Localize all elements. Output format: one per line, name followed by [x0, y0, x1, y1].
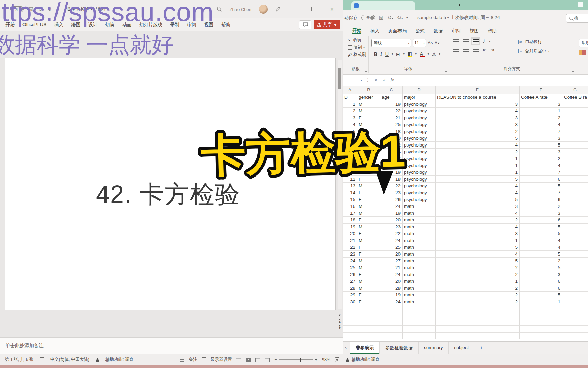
cell[interactable]: [343, 326, 357, 333]
cell[interactable]: [403, 305, 436, 312]
cell[interactable]: 2: [343, 108, 357, 114]
cell[interactable]: [562, 169, 588, 176]
cell[interactable]: 4: [436, 189, 520, 196]
cell[interactable]: [562, 155, 588, 162]
comments-button[interactable]: [299, 20, 311, 29]
cell[interactable]: F: [357, 244, 380, 251]
cell[interactable]: 19: [380, 101, 403, 108]
cell[interactable]: 5: [520, 292, 562, 298]
shrink-font-button[interactable]: A˅: [435, 41, 440, 45]
scrollbar-thumb[interactable]: [338, 68, 341, 89]
cell[interactable]: M: [357, 264, 380, 271]
cell[interactable]: 22: [380, 108, 403, 114]
excel-tab-数据[interactable]: 数据: [434, 28, 443, 34]
column-header-B[interactable]: B: [357, 86, 380, 94]
language-indicator[interactable]: 中文(简体, 中国大陆): [50, 357, 89, 363]
cell[interactable]: [403, 326, 436, 333]
excel-document-title[interactable]: sample data 5 • 上次修改时间: 周三 8:24: [417, 15, 500, 21]
sheet-nav-icon[interactable]: ›: [343, 345, 350, 351]
merge-center-button[interactable]: ⇔合并后居中▾: [518, 48, 550, 54]
cell[interactable]: [562, 333, 588, 339]
cell[interactable]: [562, 176, 588, 183]
cell[interactable]: [436, 305, 520, 312]
cell[interactable]: [562, 114, 588, 121]
align-center-button[interactable]: [463, 48, 469, 52]
cell[interactable]: 25: [380, 244, 403, 251]
cell[interactable]: M: [357, 101, 380, 108]
cell[interactable]: math: [403, 292, 436, 298]
display-settings-button[interactable]: 显示器设置: [211, 357, 232, 363]
font-size-select[interactable]: 11▾: [413, 39, 426, 47]
cut-button[interactable]: ✂剪切: [348, 37, 368, 43]
notes-toggle[interactable]: 备注: [189, 357, 197, 363]
slide-sorter-icon[interactable]: [246, 358, 251, 362]
name-box[interactable]: ▾: [343, 75, 364, 86]
cell[interactable]: 20: [380, 278, 403, 285]
column-header-D[interactable]: D: [403, 86, 436, 94]
cell[interactable]: [562, 196, 588, 203]
cell[interactable]: 6: [520, 285, 562, 292]
cell[interactable]: [562, 142, 588, 149]
cell[interactable]: [562, 237, 588, 244]
cell[interactable]: [380, 305, 403, 312]
cell[interactable]: 5: [436, 196, 520, 203]
cell[interactable]: M: [357, 210, 380, 217]
cell[interactable]: [403, 312, 436, 319]
cancel-icon[interactable]: ✕: [372, 78, 380, 83]
cell[interactable]: 6: [520, 176, 562, 183]
cell[interactable]: 5: [520, 183, 562, 189]
excel-tab-视图[interactable]: 视图: [470, 28, 479, 34]
cell[interactable]: math: [403, 217, 436, 224]
ppt-notes-pane[interactable]: 单击此处添加备注: [0, 337, 343, 354]
cell[interactable]: 24: [380, 271, 403, 278]
underline-button[interactable]: U: [385, 51, 389, 57]
cell[interactable]: F: [357, 217, 380, 224]
cell[interactable]: [562, 285, 588, 292]
cell[interactable]: 3: [436, 114, 520, 121]
align-bottom-button[interactable]: [473, 39, 479, 43]
cell[interactable]: M: [357, 278, 380, 285]
zoom-out-button[interactable]: −: [274, 357, 277, 362]
zoom-in-button[interactable]: +: [315, 357, 317, 362]
cell[interactable]: math: [403, 251, 436, 258]
column-header-G[interactable]: G: [562, 86, 588, 94]
cell[interactable]: 2: [436, 298, 520, 305]
cell[interactable]: M: [357, 224, 380, 230]
italic-button[interactable]: I: [380, 51, 382, 57]
cell[interactable]: math: [403, 285, 436, 292]
cell[interactable]: 5: [436, 176, 520, 183]
sheet-tab-summary[interactable]: summary: [419, 342, 449, 354]
cell[interactable]: 27: [380, 258, 403, 264]
cell[interactable]: [380, 312, 403, 319]
grid-icon[interactable]: [578, 2, 583, 7]
header-cell[interactable]: gender: [357, 94, 380, 101]
enter-icon[interactable]: ✓: [380, 78, 389, 83]
cell[interactable]: [562, 264, 588, 271]
cell[interactable]: [357, 312, 380, 319]
cell[interactable]: 28: [380, 285, 403, 292]
cell[interactable]: 4: [436, 183, 520, 189]
cell[interactable]: 4: [436, 251, 520, 258]
save-icon[interactable]: 🖫: [379, 15, 384, 21]
cell[interactable]: [562, 189, 588, 196]
cell[interactable]: 18: [343, 217, 357, 224]
accounting-format-icon[interactable]: [579, 50, 586, 55]
cell[interactable]: 7: [520, 189, 562, 196]
cell[interactable]: math: [403, 237, 436, 244]
cell[interactable]: 29: [343, 292, 357, 298]
cell[interactable]: 3: [520, 135, 562, 142]
cell[interactable]: 3: [520, 101, 562, 108]
slideshow-icon[interactable]: [265, 358, 270, 362]
cell[interactable]: 22: [343, 244, 357, 251]
align-left-button[interactable]: [453, 48, 459, 52]
bold-button[interactable]: B: [374, 51, 377, 57]
cell[interactable]: psychology: [403, 108, 436, 114]
cell[interactable]: M: [357, 237, 380, 244]
cell[interactable]: [436, 312, 520, 319]
accessibility-status[interactable]: 辅助功能: 调查: [105, 357, 133, 363]
cell[interactable]: F: [357, 196, 380, 203]
column-header-C[interactable]: C: [380, 86, 403, 94]
cell[interactable]: [562, 305, 588, 312]
column-header-A[interactable]: A: [343, 86, 357, 94]
cell[interactable]: 1: [343, 101, 357, 108]
